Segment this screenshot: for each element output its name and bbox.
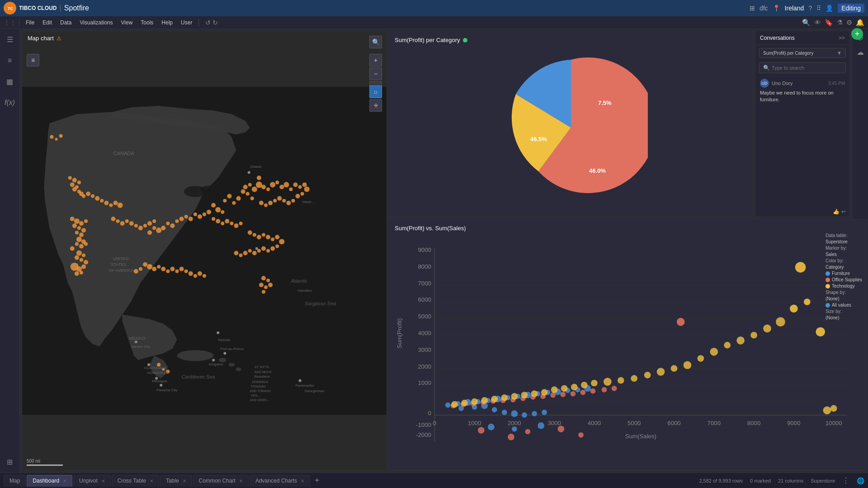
svg-point-291 bbox=[558, 426, 565, 432]
svg-point-263 bbox=[502, 410, 507, 415]
conversations-search-input[interactable] bbox=[772, 65, 842, 71]
filter-icon[interactable]: ⚗ bbox=[837, 19, 843, 27]
menu-help[interactable]: Help bbox=[158, 18, 176, 27]
conv-user-row: UD Uno Dory 3:45 PM bbox=[760, 79, 845, 88]
redo-button[interactable]: ↻ bbox=[212, 19, 218, 26]
right-panel: Sum(Profit) per Category bbox=[389, 29, 868, 473]
reply-icon[interactable]: ↩ bbox=[841, 208, 846, 215]
tab-map[interactable]: Map bbox=[4, 475, 26, 487]
svg-text:CANADA: CANADA bbox=[113, 151, 135, 156]
tab-close-common-chart[interactable]: ✕ bbox=[239, 479, 243, 483]
tab-advanced-charts[interactable]: Advanced Charts ✕ bbox=[250, 475, 310, 487]
eye-icon[interactable]: 👁 bbox=[814, 19, 821, 26]
add-tab-button[interactable]: + bbox=[311, 476, 323, 485]
menu-data[interactable]: Data bbox=[57, 18, 75, 27]
svg-point-180 bbox=[135, 341, 137, 343]
tab-unpivot[interactable]: Unpivot ✕ bbox=[73, 475, 111, 487]
legend-color-value: Category bbox=[826, 265, 862, 270]
account-icon[interactable]: 👤 bbox=[826, 5, 833, 12]
tab-common-chart[interactable]: Common Chart ✕ bbox=[193, 475, 249, 487]
help-icon[interactable]: ? bbox=[808, 5, 812, 12]
svg-point-46 bbox=[286, 201, 291, 205]
svg-point-168 bbox=[262, 290, 265, 294]
list-icon[interactable]: ≡ bbox=[5, 54, 14, 67]
top-bar: TC TIBCO CLOUD | Spotfire ⊞ dfc 📍 Irelan… bbox=[0, 0, 868, 16]
conversations-expand-icon[interactable]: >> bbox=[839, 35, 845, 41]
svg-text:3000: 3000 bbox=[547, 420, 561, 426]
svg-point-32 bbox=[227, 194, 231, 199]
bar-chart-icon[interactable]: ▦ bbox=[4, 75, 16, 89]
settings-icon[interactable]: ⚙ bbox=[846, 19, 852, 27]
layers-button[interactable]: ≡ bbox=[27, 54, 39, 66]
menu-user[interactable]: User bbox=[177, 18, 196, 27]
add-conversation-button[interactable]: + bbox=[851, 28, 863, 40]
svg-text:4000: 4000 bbox=[418, 330, 431, 336]
charts-row: Map chart ⚠ bbox=[20, 29, 868, 473]
marked-status: 0 marked bbox=[750, 478, 771, 483]
svg-point-296 bbox=[481, 397, 488, 404]
overflow-menu-icon[interactable]: ⋮ bbox=[842, 476, 849, 485]
svg-point-27 bbox=[266, 187, 270, 191]
svg-point-130 bbox=[84, 260, 88, 265]
menu-edit[interactable]: Edit bbox=[39, 18, 56, 27]
svg-point-68 bbox=[152, 226, 156, 230]
layers-icon[interactable]: ☰ bbox=[4, 33, 16, 47]
svg-text:7000: 7000 bbox=[418, 280, 431, 287]
bookmark-icon[interactable]: 🔖 bbox=[825, 19, 833, 27]
svg-point-65 bbox=[166, 222, 170, 225]
map-background: Sargasso Sea Atlantic Caribbean Sea CANA… bbox=[22, 31, 387, 470]
menu-view[interactable]: View bbox=[118, 18, 137, 27]
svg-point-103 bbox=[179, 267, 184, 271]
zoom-out-button[interactable]: − bbox=[369, 67, 382, 80]
tab-close-table[interactable]: ✕ bbox=[183, 479, 186, 483]
conversations-search[interactable]: 🔍 bbox=[759, 62, 846, 73]
map-search-button[interactable]: 🔍 bbox=[369, 36, 382, 48]
svg-point-316 bbox=[710, 348, 718, 356]
tab-close-unpivot[interactable]: ✕ bbox=[101, 479, 105, 483]
svg-point-285 bbox=[590, 389, 596, 394]
svg-point-88 bbox=[261, 246, 266, 251]
tab-dashboard[interactable]: Dashboard ✕ bbox=[27, 475, 72, 487]
tab-close-advanced-charts[interactable]: ✕ bbox=[301, 479, 304, 483]
map-search-icon[interactable]: 🔍 bbox=[369, 36, 382, 48]
svg-point-131 bbox=[68, 176, 72, 180]
svg-point-36 bbox=[279, 185, 284, 189]
rect-select-button[interactable]: □ bbox=[369, 85, 382, 98]
thumbs-up-icon[interactable]: 👍 bbox=[833, 208, 840, 215]
menu-tools[interactable]: Tools bbox=[137, 18, 157, 27]
user-avatar[interactable]: dfc bbox=[760, 5, 768, 12]
globe-icon[interactable]: 🌐 bbox=[857, 477, 864, 484]
tab-table[interactable]: Table ✕ bbox=[160, 475, 192, 487]
legend-marker-value: Sales bbox=[826, 252, 862, 257]
search-icon[interactable]: 🔍 bbox=[802, 19, 811, 27]
tab-cross-table[interactable]: Cross Table ✕ bbox=[112, 475, 159, 487]
svg-point-270 bbox=[538, 422, 544, 429]
svg-point-152 bbox=[129, 221, 134, 226]
grid-icon[interactable]: ⊞ bbox=[750, 5, 755, 12]
left-sidebar: ☰ ≡ ▦ f(x) ⊞ bbox=[0, 29, 20, 473]
notification-icon[interactable]: 🔔 bbox=[856, 19, 864, 27]
conversations-panel: Conversations >> + Sum(Profit) per Categ… bbox=[755, 31, 850, 217]
location-pin-icon: 📍 bbox=[773, 5, 780, 12]
map-layer-button[interactable]: ≡ bbox=[27, 54, 39, 66]
svg-text:TC: TC bbox=[8, 6, 13, 11]
map-nav-button[interactable]: ✢ bbox=[369, 99, 382, 112]
menu-visualizations[interactable]: Visualizations bbox=[76, 18, 116, 27]
undo-button[interactable]: ↺ bbox=[205, 19, 211, 26]
conversations-dropdown[interactable]: Sum(Profit) per Category ▼ bbox=[759, 48, 846, 58]
svg-point-128 bbox=[75, 256, 79, 260]
map-rect-select[interactable]: □ bbox=[369, 85, 382, 98]
function-icon[interactable]: f(x) bbox=[2, 96, 18, 109]
zoom-in-button[interactable]: + bbox=[369, 54, 382, 66]
conv-avatar: UD bbox=[760, 79, 769, 88]
svg-text:Wash...: Wash... bbox=[302, 200, 315, 204]
apps-grid-icon[interactable]: ⠿ bbox=[816, 5, 821, 12]
cloud-icon[interactable]: ☁ bbox=[857, 48, 864, 57]
grid-bottom-icon[interactable]: ⊞ bbox=[4, 455, 15, 469]
tab-close-dashboard[interactable]: ✕ bbox=[63, 479, 66, 483]
menu-file[interactable]: File bbox=[22, 18, 38, 27]
tab-close-cross-table[interactable]: ✕ bbox=[150, 479, 153, 483]
map-nav-icon[interactable]: ✢ bbox=[369, 99, 382, 112]
dropdown-arrow: ▼ bbox=[837, 50, 842, 56]
svg-point-290 bbox=[525, 429, 530, 435]
